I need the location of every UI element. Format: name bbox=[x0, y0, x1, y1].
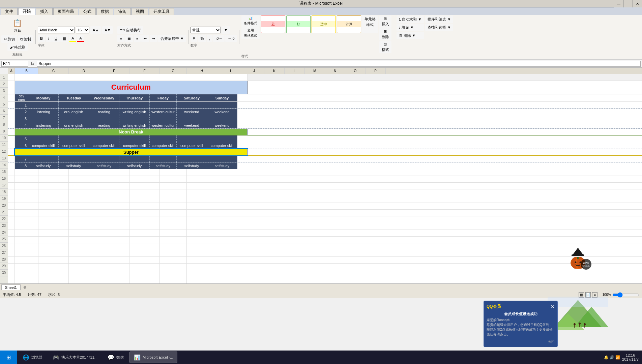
cell-a3[interactable] bbox=[8, 94, 15, 101]
row-num-13: 13 bbox=[0, 155, 8, 162]
minimize-button[interactable]: — bbox=[614, 0, 623, 7]
merge-center-button[interactable]: 合并后居中 ▼ bbox=[158, 35, 186, 42]
tab-home[interactable]: 开始 bbox=[18, 8, 35, 15]
taskbar-game[interactable]: 🎮 快乐大本营2017711... bbox=[48, 352, 102, 363]
align-right-button[interactable]: ≡ bbox=[134, 35, 141, 42]
delete-button[interactable]: ⊟删除 bbox=[379, 28, 391, 40]
number-format-select[interactable]: 常规 bbox=[191, 27, 221, 33]
decrease-font-button[interactable]: A▼ bbox=[102, 26, 113, 34]
fill-button[interactable]: ↓ 填充 ▼ bbox=[397, 24, 424, 31]
table-format-button[interactable]: 套用表格格式 bbox=[241, 27, 260, 39]
font-size-select[interactable]: 16 bbox=[76, 27, 89, 33]
cell-a2[interactable] bbox=[8, 81, 15, 94]
row-num-2: 2 bbox=[0, 81, 8, 88]
wrap-text-button[interactable]: ≡⟲ 自动换行 bbox=[117, 26, 143, 34]
paste-button[interactable]: 📋 粘贴 bbox=[10, 17, 25, 35]
zoom-slider[interactable] bbox=[612, 292, 639, 298]
grid-row-24 bbox=[8, 237, 642, 243]
supper-cell[interactable]: Supper bbox=[15, 149, 247, 155]
grid-row-2: Curriculum bbox=[8, 81, 642, 94]
notification-close-button[interactable]: ✕ bbox=[551, 304, 555, 309]
tab-review[interactable]: 审阅 bbox=[114, 8, 131, 15]
sheet-tab-1[interactable]: Sheet1 bbox=[1, 284, 21, 290]
maximize-button[interactable]: □ bbox=[623, 0, 633, 7]
align-center-button[interactable]: ☰ bbox=[125, 35, 133, 42]
percent-button[interactable]: % bbox=[198, 35, 206, 42]
decrease-decimal-button[interactable]: ←.0 bbox=[225, 35, 237, 42]
underline-button[interactable]: U bbox=[52, 35, 60, 42]
cell-a1[interactable] bbox=[8, 74, 15, 81]
cell-group: ⊞插入 ⊟删除 ⊡格式 bbox=[379, 16, 391, 53]
tab-file[interactable]: 文件 bbox=[1, 8, 18, 15]
style-bad[interactable]: 差 bbox=[261, 16, 285, 33]
border-button[interactable]: ▦ bbox=[60, 35, 68, 42]
style-neutral[interactable]: 适中 bbox=[312, 16, 336, 33]
increase-indent-button[interactable]: ⇥ bbox=[150, 35, 157, 42]
start-button[interactable]: ⊞ bbox=[0, 351, 17, 364]
row-num-12: 12 bbox=[0, 148, 8, 155]
tab-page-layout[interactable]: 页面布局 bbox=[53, 8, 78, 15]
clear-button[interactable]: 🗑 清除 ▼ bbox=[397, 32, 424, 39]
font-family-select[interactable]: Arial Black bbox=[38, 27, 75, 33]
editing-group: Σ 自动求和 ▼ ↓ 填充 ▼ 🗑 清除 ▼ bbox=[397, 16, 424, 39]
fill-color-button[interactable]: A bbox=[69, 35, 76, 42]
format-button[interactable]: ⊡格式 bbox=[379, 41, 391, 53]
increase-font-button[interactable]: A▲ bbox=[90, 26, 101, 34]
format-painter-button[interactable]: 🖌 格式刷 bbox=[7, 43, 28, 51]
grid-row-23 bbox=[8, 230, 642, 237]
taskbar-wechat[interactable]: 💬 微信 bbox=[103, 352, 128, 363]
clipboard-group: 📋 粘贴 ✂ 剪切 ⧉ 复制 🖌 格式刷 粘贴板 bbox=[1, 17, 33, 57]
noon-break-cell[interactable]: Noon Break bbox=[15, 129, 247, 135]
align-left-button[interactable]: ≡ bbox=[117, 35, 124, 42]
tab-formula[interactable]: 公式 bbox=[79, 8, 96, 15]
cell-styles-button[interactable]: 单元格样式 bbox=[362, 16, 378, 33]
conditional-format-button[interactable]: 📊 条件格式 bbox=[241, 16, 260, 27]
notification-header: 会员成长值赠送成功 bbox=[487, 311, 555, 316]
header-monday-label: Monday bbox=[36, 96, 51, 100]
taskbar-browser[interactable]: 🌐 浏览器 bbox=[18, 352, 47, 363]
style-calc[interactable]: 计算 bbox=[337, 16, 361, 33]
style-good[interactable]: 好 bbox=[286, 16, 311, 33]
notification-close-text-button[interactable]: 关闭 bbox=[548, 340, 555, 343]
cell-ref-box[interactable]: B11 bbox=[1, 61, 28, 67]
curriculum-title-cell[interactable]: Curriculum bbox=[15, 81, 247, 94]
font-group: Arial Black 16 A▲ A▼ B I U ▦ A A 字体 bbox=[38, 26, 113, 48]
row-num-22: 22 bbox=[0, 216, 8, 222]
cell-b1-to-i1[interactable] bbox=[15, 74, 247, 81]
insert-button[interactable]: ⊞插入 bbox=[379, 16, 391, 28]
decrease-indent-button[interactable]: ⇤ bbox=[141, 35, 149, 42]
browser-icon: 🌐 bbox=[23, 354, 29, 361]
bold-button[interactable]: B bbox=[38, 35, 45, 42]
copy-icon: ⧉ bbox=[20, 37, 23, 41]
formula-input[interactable] bbox=[37, 61, 641, 67]
close-button[interactable]: ✕ bbox=[633, 0, 642, 7]
row-num-20: 20 bbox=[0, 202, 8, 209]
number-format-dropdown[interactable]: ▼ bbox=[222, 26, 230, 34]
tab-insert[interactable]: 插入 bbox=[36, 8, 53, 15]
add-sheet-button[interactable]: ⊕ bbox=[21, 284, 28, 290]
header-thursday: Thursday bbox=[119, 94, 150, 101]
autosum-button[interactable]: Σ 自动求和 ▼ bbox=[397, 16, 424, 23]
find-select-button[interactable]: 查找和选择 ▼ bbox=[425, 24, 453, 31]
tab-data[interactable]: 数据 bbox=[96, 8, 113, 15]
style-bad-label: 差 bbox=[261, 21, 285, 27]
increase-decimal-button[interactable]: .0→ bbox=[213, 35, 225, 42]
row-num-3: 3 bbox=[0, 88, 8, 94]
copy-button[interactable]: ⧉ 复制 bbox=[18, 35, 33, 43]
row-num-23: 23 bbox=[0, 222, 8, 229]
tab-developer[interactable]: 开发工具 bbox=[149, 8, 174, 15]
font-color-button[interactable]: A bbox=[77, 35, 84, 42]
tab-view[interactable]: 视图 bbox=[132, 8, 148, 15]
noon-break-label: Noon Break bbox=[119, 129, 143, 134]
row-num-29: 29 bbox=[0, 263, 8, 270]
ribbon-toolbar: 📋 粘贴 ✂ 剪切 ⧉ 复制 🖌 格式刷 粘贴板 Arial Black 16 … bbox=[0, 15, 642, 60]
currency-button[interactable]: ¥ bbox=[191, 35, 197, 42]
sort-filter-button[interactable]: 排序和筛选 ▼ bbox=[425, 16, 453, 23]
thousand-separator-button[interactable]: , bbox=[207, 35, 212, 42]
taskbar-excel[interactable]: 📊 Microsoft Excel -... bbox=[129, 352, 177, 363]
notification-body: 亲爱的Ronan声 尊贵的超级会员用户，您通过手机QQ签到，获赠双倍2点成长值已… bbox=[487, 318, 555, 337]
italic-button[interactable]: I bbox=[46, 35, 52, 42]
cut-button[interactable]: ✂ 剪切 bbox=[1, 35, 17, 43]
grid-row-20 bbox=[8, 210, 642, 216]
grid-scroll-area[interactable]: 1234567891011121314151617181920212223242… bbox=[0, 74, 642, 283]
